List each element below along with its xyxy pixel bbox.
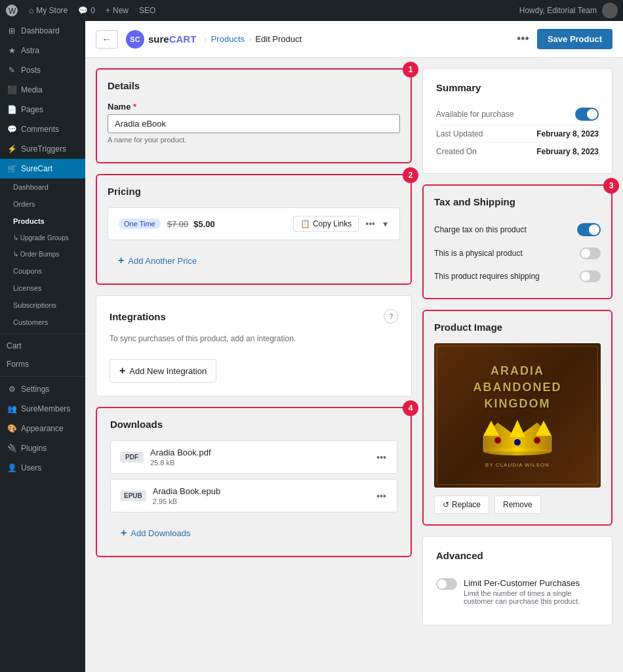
details-section: 1 Details Name * A name for your product… xyxy=(96,68,412,163)
seo-button[interactable]: SEO xyxy=(139,6,155,15)
product-image-section: Product Image ARADIAABANDONEDKINGDOM xyxy=(422,310,613,526)
physical-label: This is a physical product xyxy=(434,249,523,258)
charge-tax-label: Charge tax on this product xyxy=(434,225,527,234)
add-downloads-button[interactable]: + Add Downloads xyxy=(110,520,201,545)
svg-point-8 xyxy=(534,437,540,444)
sidebar-item-comments[interactable]: 💬 Comments xyxy=(0,119,85,139)
name-label: Name * xyxy=(108,102,400,112)
updated-value: February 8, 2023 xyxy=(536,129,599,138)
limit-desc: Limit the number of times a single custo… xyxy=(464,589,599,605)
add-price-icon: + xyxy=(118,255,124,266)
advanced-limit-text: Limit Per-Customer Purchases Limit the n… xyxy=(464,578,599,605)
book-cover: ARADIAABANDONEDKINGDOM xyxy=(434,343,601,488)
price-expand-button[interactable]: ▾ xyxy=(382,217,389,230)
old-price: $7.00 xyxy=(167,219,189,229)
sidebar-item-sc-orders[interactable]: Orders xyxy=(0,196,85,213)
sidebar-item-pages[interactable]: 📄 Pages xyxy=(0,100,85,119)
pricing-actions: 📋 Copy Links ••• ▾ xyxy=(293,216,389,232)
sidebar-item-forms[interactable]: Forms xyxy=(0,355,85,373)
epub-more-button[interactable]: ••• xyxy=(375,490,388,503)
physical-toggle[interactable] xyxy=(580,247,601,259)
main-column: 1 Details Name * A name for your product… xyxy=(96,68,412,662)
sidebar-item-astra[interactable]: ★ Astra xyxy=(0,41,85,60)
settings-icon: ⚙ xyxy=(7,384,17,394)
back-button[interactable]: ← xyxy=(96,30,118,49)
created-label: Created On xyxy=(436,147,477,156)
sidebar-item-plugins[interactable]: 🔌 Plugins xyxy=(0,438,85,458)
breadcrumb-current: Edit Product xyxy=(255,34,302,44)
epub-badge: epub xyxy=(120,490,146,501)
sidebar-item-posts[interactable]: ✎ Posts xyxy=(0,60,85,80)
tax-row-charge: Charge tax on this product xyxy=(434,218,601,242)
product-name-input[interactable] xyxy=(108,114,400,133)
advanced-section: Advanced Limit Per-Customer Purchases Li… xyxy=(422,536,613,625)
wp-logo[interactable]: W xyxy=(5,4,18,17)
sidebar-item-sc-products[interactable]: Products xyxy=(0,213,85,230)
downloads-section: 4 Downloads pdf Aradia Book.pdf 25.8 kB xyxy=(96,407,412,557)
sidebar-item-sc-coupons[interactable]: Coupons xyxy=(0,262,85,280)
add-price-button[interactable]: + Add Another Price xyxy=(108,248,207,273)
replace-image-button[interactable]: ↺ Replace xyxy=(434,495,489,514)
crown-svg xyxy=(478,417,557,457)
sidebar-item-sc-subscriptions[interactable]: Subscriptions xyxy=(0,297,85,314)
comments-icon: 💬 xyxy=(7,124,17,135)
sidebar-item-sc-order-bumps[interactable]: ↳ Order Bumps xyxy=(0,246,85,262)
shipping-toggle[interactable] xyxy=(580,270,601,282)
epub-size: 2.95 kB xyxy=(153,497,369,505)
site-name[interactable]: ⌂ My Store xyxy=(29,6,68,15)
logo-text: sureCART xyxy=(148,33,196,45)
save-product-button[interactable]: Save Product xyxy=(537,29,613,49)
sidebar-item-settings[interactable]: ⚙ Settings xyxy=(0,379,85,399)
media-icon: ⬛ xyxy=(7,85,17,95)
sidebar-item-sc-customers[interactable]: Customers xyxy=(0,314,85,331)
summary-created-row: Created On February 8, 2023 xyxy=(436,143,599,160)
details-badge: 1 xyxy=(403,62,418,77)
pricing-section-wrapper: 2 Pricing One Time $7.00 $5.00 xyxy=(96,174,412,285)
sidebar-item-cart[interactable]: Cart xyxy=(0,337,85,355)
new-button[interactable]: + New xyxy=(106,6,129,15)
comments-link[interactable]: 💬 0 xyxy=(78,6,95,15)
dashboard-icon: ⊞ xyxy=(7,26,17,36)
astra-icon: ★ xyxy=(7,45,17,56)
tax-badge: 3 xyxy=(603,178,619,194)
tax-section-wrapper: 3 Tax and Shipping Charge tax on this pr… xyxy=(422,184,613,299)
admin-bar: W ⌂ My Store 💬 0 + New SEO Howdy, Editor… xyxy=(0,0,623,21)
sidebar-item-appearance[interactable]: 🎨 Appearance xyxy=(0,419,85,438)
content-area: 1 Details Name * A name for your product… xyxy=(85,58,623,672)
integrations-hint: To sync purchases of this product, add a… xyxy=(110,324,398,354)
breadcrumb-products[interactable]: Products xyxy=(211,34,245,44)
pdf-more-button[interactable]: ••• xyxy=(375,451,388,464)
name-hint: A name for your product. xyxy=(108,136,400,144)
product-image-container: ARADIAABANDONEDKINGDOM xyxy=(434,343,601,488)
summary-card: Summary Available for purchase Last Upda… xyxy=(422,68,613,174)
surecart-logo: SC sureCART xyxy=(126,30,196,49)
file-info-epub: Aradia Book.epub 2.95 kB xyxy=(153,486,369,505)
charge-tax-toggle[interactable] xyxy=(577,223,601,236)
price-more-button[interactable]: ••• xyxy=(364,217,376,230)
sidebar-item-dashboard[interactable]: ⊞ Dashboard xyxy=(0,21,85,41)
sidebar-item-sc-licenses[interactable]: Licenses xyxy=(0,280,85,297)
copy-links-button[interactable]: 📋 Copy Links xyxy=(293,216,359,232)
remove-image-button[interactable]: Remove xyxy=(494,495,541,514)
limit-toggle[interactable] xyxy=(436,578,457,590)
details-title: Details xyxy=(108,80,400,91)
available-toggle[interactable] xyxy=(575,108,599,121)
add-integration-button[interactable]: + Add New Integration xyxy=(110,359,216,383)
shipping-label: This product requires shipping xyxy=(434,272,540,281)
sidebar-item-surecart[interactable]: 🛒 SureCart xyxy=(0,159,85,178)
sidebar-item-users[interactable]: 👤 Users xyxy=(0,458,85,478)
product-image-section-wrapper: Product Image ARADIAABANDONEDKINGDOM xyxy=(422,310,613,526)
integrations-title: Integrations xyxy=(110,311,166,322)
price-badge: One Time xyxy=(119,219,161,229)
tax-row-physical: This is a physical product xyxy=(434,242,601,265)
sidebar-item-sc-dashboard[interactable]: Dashboard xyxy=(0,178,85,196)
integrations-help-button[interactable]: ? xyxy=(384,309,398,324)
more-options-button[interactable]: ••• xyxy=(514,30,532,49)
sidebar-item-media[interactable]: ⬛ Media xyxy=(0,80,85,100)
sidebar-item-suretriggers[interactable]: ⚡ SureTriggers xyxy=(0,139,85,159)
header-actions: ••• Save Product xyxy=(514,29,613,49)
advanced-limit-row: Limit Per-Customer Purchases Limit the n… xyxy=(436,572,599,612)
sidebar-item-sc-upgrade[interactable]: ↳ Upgrade Groups xyxy=(0,230,85,246)
name-form-group: Name * A name for your product. xyxy=(108,102,400,144)
sidebar-item-suremembers[interactable]: 👥 SureMembers xyxy=(0,399,85,419)
